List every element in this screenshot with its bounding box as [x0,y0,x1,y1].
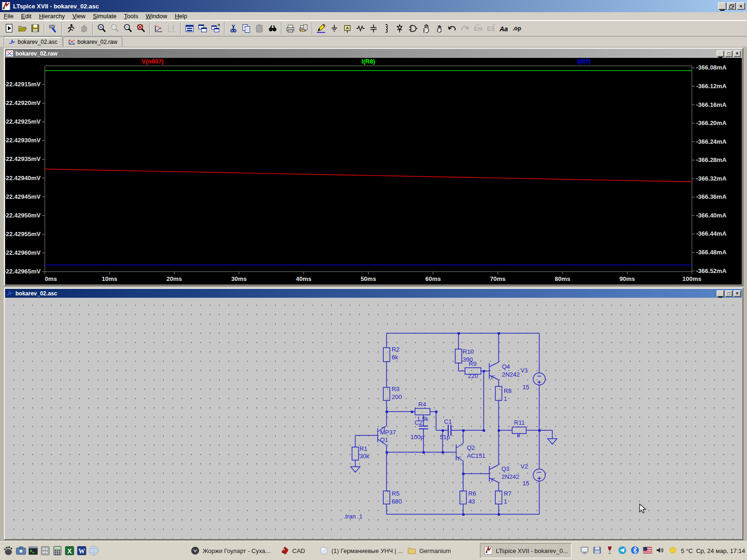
task-browser-ball[interactable]: (1) Германиевые УНЧ | ... [319,541,403,560]
component-button[interactable] [406,22,419,35]
us-flag-tray-icon[interactable] [643,546,652,556]
volume-tray-icon[interactable] [655,546,665,556]
waveform-close-button[interactable]: × [733,50,741,57]
halt-icon [79,23,89,34]
bluetooth-tray-icon[interactable] [630,546,640,556]
app-title: LTspice XVII - bokarev_02.asc [13,3,717,10]
undo-button[interactable] [445,22,458,35]
net-label-button[interactable]: A [341,22,354,35]
schematic-canvas[interactable]: R2 6k R3 200 R4 1.5k C2 100p C1 51p R10 … [5,298,742,539]
menu-bar: FileEditHierarchyViewSimulateToolsWindow… [0,12,747,21]
schematic-maximize-button[interactable]: □ [725,290,733,297]
save-button[interactable] [29,22,42,35]
inductor-button[interactable] [380,22,393,35]
tab-label: bokarev_02.asc [18,39,57,45]
quick-launch-word[interactable]: W [76,541,87,560]
task-cad[interactable]: CAD [280,541,305,560]
menu-simulate[interactable]: Simulate [89,12,120,20]
waveform-plot-svg: -22.42915mV-22.42920mV-22.42925mV-22.429… [5,58,742,285]
paste-icon [254,23,265,34]
task-ltspice[interactable]: LTspice XVII - bokarev_0... [480,543,571,558]
toolbar-separator [92,22,93,35]
edit-text-button: E∃ [485,22,498,35]
drag-button[interactable] [432,22,445,35]
schematic-close-button[interactable]: × [733,290,741,297]
component-ref: R10 [463,348,474,355]
component-ref: R7 [504,490,512,497]
task-media-player[interactable]: Жоржи Гоуларт - Суха... [190,541,270,560]
component-value: 220 [468,372,478,379]
telegram-tray-icon[interactable] [618,546,627,556]
component-value: 6k [392,354,398,361]
autorange-button[interactable] [152,22,165,35]
display-tray-icon[interactable] [580,546,589,556]
print-button[interactable] [284,22,297,35]
schematic-minimize-button[interactable]: ▁ [717,290,724,297]
trace-label[interactable]: V(n007) [142,58,164,65]
waveform-plot[interactable]: -22.42915mV-22.42920mV-22.42925mV-22.429… [5,58,742,285]
text-button[interactable]: Aa [498,22,511,35]
clock[interactable]: Ср, 24 мар, 17:14 [696,547,745,554]
zoom-full-extents-button[interactable] [134,22,148,35]
trace-V(n007)[interactable] [45,169,692,182]
resistor-button[interactable] [354,22,367,35]
control-panel-button[interactable] [47,22,60,35]
quick-launch-browser[interactable] [88,541,99,560]
quick-launch-file-manager[interactable] [40,541,51,560]
terminal-icon [28,545,39,556]
tile-vertical-button[interactable] [196,22,209,35]
run-simulation-button[interactable] [64,22,78,35]
waveform-window-titlebar[interactable]: bokarev_02.raw ▁ □ × [5,49,742,58]
menu-help[interactable]: Help [171,12,191,20]
menu-tools[interactable]: Tools [120,12,142,20]
print-preview-icon [298,23,309,34]
x-axis-label: 40ms [296,275,311,282]
quick-launch-screenshot[interactable] [15,541,27,560]
waveform-maximize-button[interactable]: □ [725,50,733,57]
app-close-button[interactable]: × [737,2,745,10]
quick-launch-calculator[interactable] [52,541,63,560]
zoom-in-button[interactable] [95,22,108,35]
trace-label[interactable]: I(R7) [578,58,591,65]
quick-launch-terminal[interactable] [28,541,39,560]
cascade-button[interactable] [209,22,222,35]
zoom-out-button[interactable] [121,22,134,35]
find-button[interactable] [266,22,279,35]
open-button[interactable] [16,22,29,35]
right-axis-label: -366.24mA [696,138,727,145]
wine-tray-icon[interactable] [605,546,614,556]
weather-tray-icon[interactable] [668,546,677,556]
run-button[interactable] [3,22,16,35]
menu-file[interactable]: File [0,12,17,20]
app-restore-button[interactable] [727,2,736,10]
move-button[interactable] [419,22,432,35]
copy-button[interactable] [240,22,253,35]
x-axis-label: 100ms [683,275,701,282]
spice-directive-button[interactable]: .op [511,22,524,35]
start-menu-button[interactable] [3,541,14,560]
component-value: 2N242 [501,473,519,480]
floppy-tray-icon[interactable] [592,546,602,556]
cut-button[interactable] [227,22,240,35]
ground-button[interactable] [328,22,341,35]
menu-view[interactable]: View [69,12,89,20]
quick-launch-excel[interactable]: X [64,541,75,560]
task-folder[interactable]: Germanium [407,541,451,560]
tab-waveform[interactable]: bokarev_02.raw [63,37,122,47]
toolbar-separator [312,22,313,35]
tile-horizontal-button[interactable] [183,22,196,35]
menu-window[interactable]: Window [142,12,171,20]
draw-wire-button[interactable] [315,22,328,35]
print-preview-button[interactable] [297,22,310,35]
menu-hierarchy[interactable]: Hierarchy [35,12,69,20]
task-label: Жоржи Гоуларт - Суха... [203,547,270,554]
menu-edit[interactable]: Edit [17,12,35,20]
diode-button[interactable] [393,22,406,35]
capacitor-button[interactable] [367,22,380,35]
app-minimize-button[interactable]: ▁ [718,2,726,10]
trace-label[interactable]: I(R8) [362,58,375,65]
tab-schematic[interactable]: bokarev_02.asc [4,36,63,47]
schematic-window-titlebar[interactable]: bokarev_02.asc ▁ □ × [5,289,742,298]
left-axis-label: -22.42915mV [5,81,41,88]
waveform-minimize-button[interactable]: ▁ [717,50,724,57]
